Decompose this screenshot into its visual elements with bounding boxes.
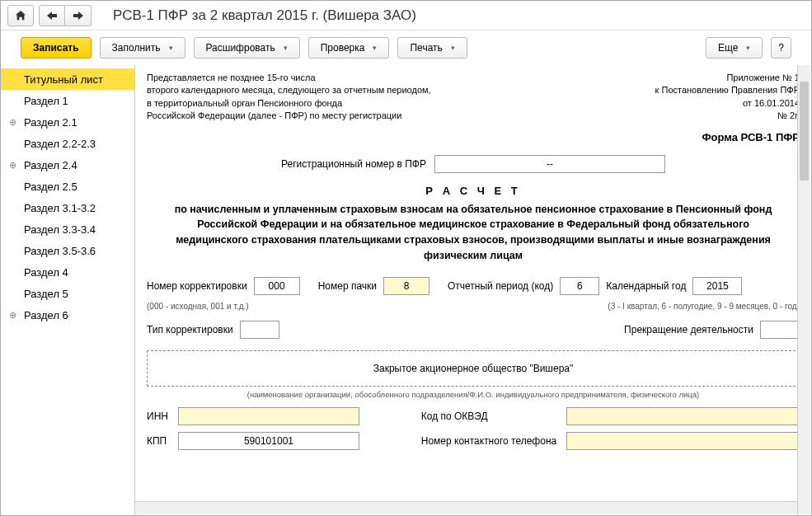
- reg-number-field[interactable]: --: [434, 155, 665, 173]
- main-area: Титульный лист Раздел 1 Раздел 2.1 Разде…: [1, 65, 811, 515]
- appendix-text: Приложение № 1 к Постановлению Правления…: [655, 72, 800, 123]
- appendix-line: № 2п: [655, 110, 800, 122]
- appendix-line: к Постановлению Правления ПФР: [655, 84, 800, 96]
- print-button[interactable]: Печать: [397, 37, 467, 59]
- calc-title: Р А С Ч Е Т: [147, 185, 800, 197]
- sidebar-item-section-4[interactable]: Раздел 4: [1, 261, 134, 283]
- okved-label: Код по ОКВЭД: [421, 410, 556, 422]
- sidebar-item-section-2-5[interactable]: Раздел 2.5: [1, 176, 134, 197]
- intro-line: в территориальный орган Пенсионного фонд…: [147, 97, 431, 110]
- phone-label: Номер контактного телефона: [421, 435, 556, 447]
- nav-group: [39, 5, 92, 26]
- horizontal-scrollbar[interactable]: [135, 501, 797, 514]
- year-field[interactable]: 2015: [692, 277, 742, 295]
- termination-field[interactable]: [760, 321, 800, 339]
- reg-label: Регистрационный номер в ПФР: [281, 158, 426, 170]
- org-hint: (наименование организации, обособленного…: [147, 390, 800, 399]
- scroll-thumb[interactable]: [800, 82, 809, 181]
- kpp-label: КПП: [147, 435, 168, 447]
- intro-line: второго календарного месяца, следующего …: [147, 84, 431, 96]
- decode-button[interactable]: Расшифровать: [194, 37, 300, 59]
- more-button[interactable]: Еще: [706, 37, 763, 59]
- sidebar-item-section-1[interactable]: Раздел 1: [1, 90, 134, 111]
- fill-button[interactable]: Заполнить: [100, 37, 185, 59]
- period-hint: (3 - I квартал, 6 - полугодие, 9 - 9 мес…: [608, 302, 800, 311]
- help-button[interactable]: ?: [771, 37, 791, 59]
- save-button[interactable]: Записать: [21, 37, 92, 59]
- correction-hint: (000 - исходная, 001 и т.д.): [147, 302, 249, 311]
- correction-label: Номер корректировки: [147, 280, 247, 292]
- sidebar: Титульный лист Раздел 1 Раздел 2.1 Разде…: [1, 65, 134, 515]
- home-button[interactable]: [7, 5, 34, 26]
- intro-text: Представляется не позднее 15-го числа вт…: [147, 72, 431, 123]
- correction-field[interactable]: 000: [254, 277, 300, 295]
- period-field[interactable]: 6: [560, 277, 599, 295]
- appendix-line: Приложение № 1: [655, 72, 800, 84]
- page-title: РСВ-1 ПФР за 2 квартал 2015 г. (Вишера З…: [113, 7, 416, 24]
- top-bar: РСВ-1 ПФР за 2 квартал 2015 г. (Вишера З…: [1, 1, 811, 30]
- vertical-scrollbar[interactable]: [797, 65, 810, 514]
- sidebar-item-section-5[interactable]: Раздел 5: [1, 283, 134, 304]
- corr-type-label: Тип корректировки: [147, 324, 233, 335]
- forward-button[interactable]: [65, 5, 92, 26]
- toolbar: Записать Заполнить Расшифровать Проверка…: [1, 30, 811, 65]
- sidebar-item-section-2-4[interactable]: Раздел 2.4: [1, 154, 134, 176]
- pack-label: Номер пачки: [318, 280, 377, 292]
- org-name-block[interactable]: Закрытое акционерное общество "Вишера": [147, 350, 800, 387]
- sidebar-item-section-3-3-3-4[interactable]: Раздел 3.3-3.4: [1, 218, 134, 240]
- sidebar-item-section-2-1[interactable]: Раздел 2.1: [1, 111, 134, 133]
- year-label: Календарный год: [606, 280, 686, 292]
- kpp-field[interactable]: 590101001: [178, 432, 359, 450]
- okved-field[interactable]: [566, 407, 800, 425]
- content: Представляется не позднее 15-го числа вт…: [134, 65, 811, 515]
- pack-field[interactable]: 8: [383, 277, 429, 295]
- appendix-line: от 16.01.2014: [655, 97, 800, 110]
- corr-type-field[interactable]: [240, 321, 279, 339]
- sidebar-item-section-3-5-3-6[interactable]: Раздел 3.5-3.6: [1, 240, 134, 261]
- sidebar-item-section-3-1-3-2[interactable]: Раздел 3.1-3.2: [1, 197, 134, 218]
- sidebar-item-section-6[interactable]: Раздел 6: [1, 304, 134, 326]
- check-button[interactable]: Проверка: [308, 37, 390, 59]
- calc-description: по начисленным и уплаченным страховым вз…: [147, 202, 800, 264]
- period-label: Отчетный период (код): [448, 280, 553, 292]
- intro-line: Представляется не позднее 15-го числа: [147, 72, 431, 84]
- sidebar-item-section-2-2-2-3[interactable]: Раздел 2.2-2.3: [1, 133, 134, 154]
- intro-line: Российской Федерации (далее - ПФР) по ме…: [147, 110, 431, 122]
- termination-label: Прекращение деятельности: [624, 324, 753, 335]
- form-code: Форма РСВ-1 ПФР: [147, 131, 800, 143]
- phone-field[interactable]: [566, 432, 800, 450]
- inn-field[interactable]: [178, 407, 359, 425]
- inn-label: ИНН: [147, 410, 168, 422]
- sidebar-item-title-page[interactable]: Титульный лист: [1, 68, 134, 90]
- back-button[interactable]: [39, 5, 65, 26]
